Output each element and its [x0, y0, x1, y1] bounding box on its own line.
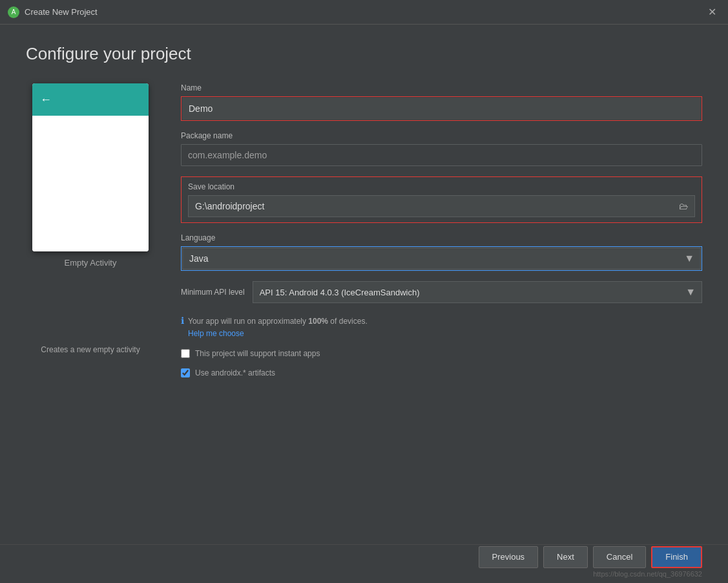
info-text-bold: 100%: [308, 317, 328, 326]
bottom-bar: Previous Next Cancel Finish https://blog…: [0, 544, 728, 583]
main-area: ← Empty Activity Creates a new empty act…: [26, 83, 702, 531]
close-button[interactable]: ✕: [704, 5, 720, 19]
instant-apps-checkbox[interactable]: [181, 349, 190, 358]
page-title: Configure your project: [26, 44, 702, 64]
save-location-input[interactable]: [188, 195, 672, 217]
info-text-post: of devices.: [328, 317, 368, 326]
language-select-wrapper: Java Kotlin ▼: [182, 248, 701, 270]
name-label: Name: [181, 83, 702, 92]
info-content: Your app will run on approximately 100% …: [188, 315, 368, 339]
package-label: Package name: [181, 131, 702, 140]
activity-label: Empty Activity: [65, 258, 117, 268]
min-api-label: Minimum API level: [181, 288, 245, 297]
main-window: A Create New Project ✕ Configure your pr…: [0, 0, 728, 583]
watermark: https://blog.csdn.net/qq_36976632: [593, 570, 702, 578]
api-select-wrapper: API 15: Android 4.0.3 (IceCreamSandwich)…: [253, 281, 702, 303]
api-level-row: Minimum API level API 15: Android 4.0.3 …: [181, 281, 702, 303]
info-text-pre: Your app will run on approximately: [188, 317, 308, 326]
window-title: Create New Project: [25, 7, 704, 17]
androidx-checkbox[interactable]: [181, 368, 190, 377]
language-label: Language: [181, 233, 702, 242]
name-input-wrapper: [181, 96, 702, 121]
content-area: Configure your project ← Empty Activity …: [0, 25, 728, 544]
folder-browse-button[interactable]: 🗁: [672, 195, 695, 217]
bottom-buttons: Previous Next Cancel Finish: [479, 546, 702, 568]
androidx-row: Use androidx.* artifacts: [181, 368, 702, 377]
package-input[interactable]: [181, 144, 702, 166]
package-group: Package name: [181, 131, 702, 166]
androidx-label: Use androidx.* artifacts: [195, 368, 275, 377]
language-group: Language Java Kotlin ▼: [181, 233, 702, 271]
left-panel: ← Empty Activity Creates a new empty act…: [26, 83, 155, 531]
finish-button[interactable]: Finish: [651, 546, 702, 568]
next-button[interactable]: Next: [543, 546, 588, 568]
save-location-box: Save location 🗁: [181, 176, 702, 223]
back-arrow-icon: ←: [40, 93, 52, 107]
language-select[interactable]: Java Kotlin: [182, 248, 701, 270]
api-select[interactable]: API 15: Android 4.0.3 (IceCreamSandwich)…: [253, 281, 702, 303]
name-group: Name: [181, 83, 702, 121]
app-icon: A: [8, 6, 19, 18]
phone-header: ←: [32, 83, 149, 116]
save-location-label: Save location: [188, 182, 695, 191]
instant-apps-row: This project will support instant apps: [181, 349, 702, 358]
instant-apps-label: This project will support instant apps: [195, 349, 320, 358]
phone-body: [32, 116, 149, 251]
previous-button[interactable]: Previous: [479, 546, 539, 568]
phone-preview: ←: [32, 83, 149, 251]
info-icon: ℹ: [181, 315, 184, 326]
title-bar: A Create New Project ✕: [0, 0, 728, 25]
info-row: ℹ Your app will run on approximately 100…: [181, 315, 702, 339]
language-select-box: Java Kotlin ▼: [181, 246, 702, 271]
creates-label: Creates a new empty activity: [41, 345, 140, 354]
right-panel: Name Package name Save location: [181, 83, 702, 531]
folder-icon: 🗁: [679, 201, 688, 211]
save-location-row: 🗁: [188, 195, 695, 217]
cancel-button[interactable]: Cancel: [593, 546, 646, 568]
name-input[interactable]: [182, 98, 701, 120]
help-me-choose-link[interactable]: Help me choose: [188, 329, 244, 338]
